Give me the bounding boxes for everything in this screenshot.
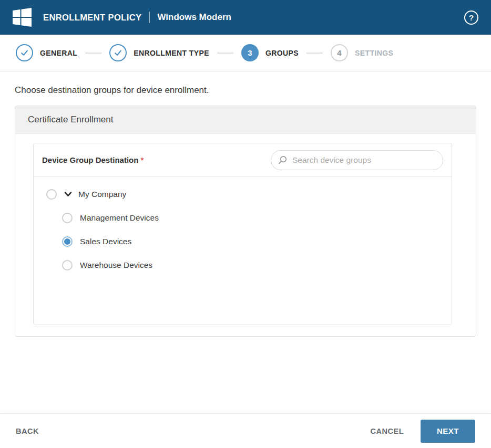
- title-separator: [149, 12, 150, 23]
- step-general[interactable]: GENERAL: [16, 44, 77, 61]
- wizard-stepper: GENERAL ENROLLMENT TYPE 3 GROUPS 4 SETTI…: [0, 35, 491, 71]
- step-enrollment-type-label: ENROLLMENT TYPE: [134, 49, 209, 57]
- step-connector: [85, 53, 101, 54]
- step-connector: [217, 53, 233, 54]
- tree-item-warehouse-devices[interactable]: Warehouse Devices: [34, 253, 452, 277]
- field-label: Device Group Destination*: [42, 155, 144, 164]
- device-group-card: Device Group Destination*: [33, 143, 452, 325]
- app-header: ENROLLMENT POLICY Windows Modern ?: [0, 0, 491, 35]
- search-icon: [278, 155, 288, 165]
- device-group-tree: My Company Management Devices Sales Devi…: [34, 177, 452, 325]
- radio-management-devices[interactable]: [62, 213, 73, 223]
- policy-name: Windows Modern: [157, 12, 231, 23]
- step-groups[interactable]: 3 GROUPS: [241, 44, 299, 61]
- required-marker: *: [140, 155, 144, 164]
- card-header-row: Device Group Destination*: [34, 143, 452, 177]
- help-glyph: ?: [469, 13, 474, 22]
- search-box: [271, 150, 443, 170]
- panel-body: Device Group Destination*: [15, 134, 476, 336]
- step-groups-circle: 3: [241, 44, 259, 61]
- step-settings-label: SETTINGS: [355, 49, 393, 57]
- step-connector: [306, 53, 323, 54]
- main-content: Choose destination groups for device enr…: [0, 85, 491, 337]
- panel-title: Certificate Enrollment: [15, 106, 476, 134]
- page-instruction: Choose destination groups for device enr…: [15, 85, 476, 96]
- radio-my-company[interactable]: [46, 189, 57, 200]
- tree-item-label: Sales Devices: [80, 237, 131, 246]
- tree-item-management-devices[interactable]: Management Devices: [34, 206, 452, 230]
- help-icon[interactable]: ?: [464, 11, 478, 25]
- tree-item-label: Warehouse Devices: [80, 261, 152, 270]
- step-groups-label: GROUPS: [265, 49, 299, 57]
- tree-item-label: Management Devices: [80, 213, 159, 223]
- windows-logo-icon: [13, 8, 32, 27]
- wizard-footer: BACK CANCEL NEXT: [0, 413, 491, 448]
- radio-warehouse-devices[interactable]: [62, 260, 73, 270]
- next-button[interactable]: NEXT: [421, 420, 475, 443]
- field-label-text: Device Group Destination: [42, 155, 138, 164]
- step-general-label: GENERAL: [40, 49, 77, 57]
- back-button[interactable]: BACK: [16, 427, 39, 435]
- tree-item-sales-devices[interactable]: Sales Devices: [34, 230, 452, 253]
- tree-item-label: My Company: [78, 190, 126, 199]
- check-icon: [114, 48, 122, 57]
- cancel-button[interactable]: CANCEL: [371, 427, 404, 435]
- certificate-enrollment-panel: Certificate Enrollment Device Group Dest…: [15, 106, 476, 337]
- step-settings-circle: 4: [331, 44, 348, 61]
- step-settings[interactable]: 4 SETTINGS: [331, 44, 393, 61]
- search-input[interactable]: [271, 150, 443, 170]
- step-enrollment-type[interactable]: ENROLLMENT TYPE: [109, 44, 209, 61]
- check-icon: [20, 48, 29, 57]
- page-title: ENROLLMENT POLICY: [43, 13, 141, 23]
- radio-sales-devices[interactable]: [62, 236, 73, 247]
- step-general-circle: [16, 44, 33, 61]
- step-enrollment-type-circle: [109, 44, 127, 61]
- tree-item-my-company[interactable]: My Company: [34, 182, 452, 206]
- enrollment-policy-wizard: ENROLLMENT POLICY Windows Modern ? GENER…: [0, 0, 491, 448]
- chevron-down-icon[interactable]: [64, 191, 72, 197]
